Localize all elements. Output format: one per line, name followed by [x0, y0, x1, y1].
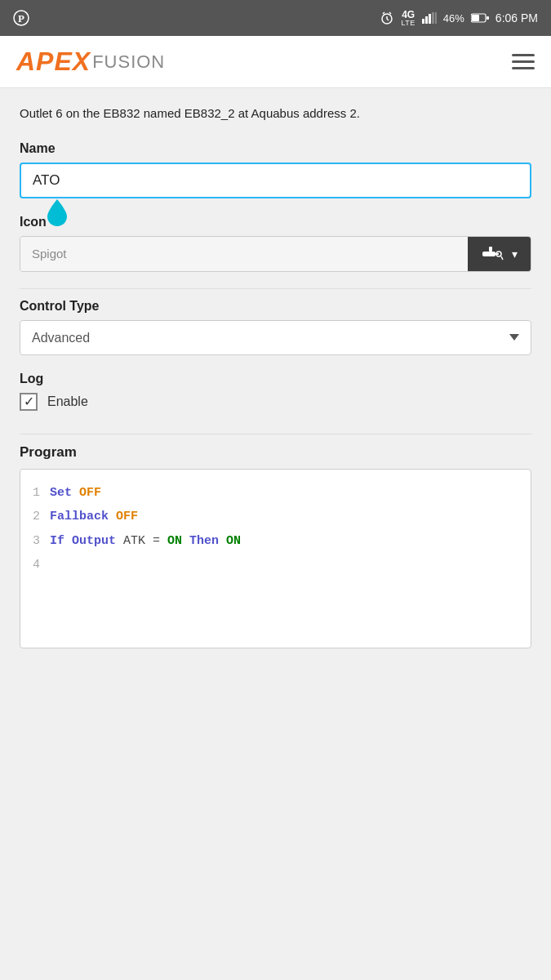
divider-1 [20, 288, 531, 289]
kw-off-2: OFF [116, 510, 138, 523]
log-enable-label: Enable [47, 394, 88, 409]
status-left: P [13, 10, 29, 26]
divider-2 [20, 434, 531, 434]
kw-set: Set [50, 486, 79, 500]
kw-off-1: OFF [79, 486, 101, 500]
battery-icon [471, 13, 489, 23]
hamburger-line-2 [512, 60, 535, 63]
program-label: Program [20, 444, 531, 461]
code-content-1: Set OFF [50, 483, 101, 504]
program-section: Program 1 Set OFF 2 Fallback OFF 3 If [20, 444, 531, 648]
line-num-2: 2 [20, 506, 50, 528]
spigot-icon [481, 245, 505, 263]
svg-rect-11 [435, 12, 437, 24]
icon-dropdown-button[interactable]: ▾ [468, 237, 531, 271]
status-right: 4G LTE 46% 6:06 PM [380, 10, 538, 27]
svg-line-19 [501, 256, 503, 260]
app-header: APEX FUSION [0, 36, 551, 88]
code-block[interactable]: 1 Set OFF 2 Fallback OFF 3 If Output ATK… [20, 469, 531, 648]
log-enable-checkbox[interactable]: ✓ [20, 393, 38, 411]
kw-output: Output [72, 534, 123, 548]
control-type-section: Control Type Manual Timer Advanced Apex … [20, 299, 531, 355]
svg-text:P: P [18, 12, 24, 24]
main-content: Outlet 6 on the EB832 named EB832_2 at A… [0, 88, 551, 665]
time-display: 6:06 PM [495, 11, 538, 24]
svg-line-4 [387, 19, 389, 20]
line-num-3: 3 [20, 531, 50, 552]
kw-on-1: ON [167, 534, 182, 548]
code-atk: ATK = [123, 534, 167, 548]
control-type-select[interactable]: Manual Timer Advanced Apex Fusion [20, 320, 531, 355]
svg-rect-10 [432, 12, 434, 24]
name-input[interactable] [20, 163, 531, 198]
code-line-4: 4 [20, 553, 531, 577]
icon-selected-text: Spigot [20, 237, 468, 271]
name-section: Name [20, 141, 531, 198]
log-checkbox-row: ✓ Enable [20, 393, 531, 411]
log-label: Log [20, 372, 531, 386]
hamburger-line-1 [512, 54, 535, 56]
log-section: Log ✓ Enable [20, 372, 531, 411]
code-line-2: 2 Fallback OFF [20, 505, 531, 529]
svg-rect-7 [422, 19, 424, 24]
code-line-3: 3 If Output ATK = ON Then ON [20, 529, 531, 554]
kw-then: Then [182, 534, 226, 548]
pinterest-icon: P [13, 10, 29, 26]
logo-apex: APEX [16, 47, 91, 77]
name-label: Name [20, 141, 531, 156]
kw-fallback: Fallback [50, 510, 116, 523]
line-num-4: 4 [20, 555, 50, 576]
hamburger-menu[interactable] [512, 54, 535, 69]
code-content-3: If Output ATK = ON Then ON [50, 531, 241, 552]
kw-on-2: ON [226, 534, 241, 548]
code-line-1: 1 Set OFF [20, 481, 531, 506]
icon-selector[interactable]: Spigot ▾ [20, 236, 531, 272]
network-type: 4G LTE [401, 10, 415, 27]
checkmark-icon: ✓ [24, 395, 34, 408]
code-content-2: Fallback OFF [50, 506, 138, 528]
svg-rect-8 [425, 16, 428, 24]
kw-if: If [50, 534, 72, 548]
icon-section: Icon Spigot ▾ [20, 215, 531, 272]
logo-fusion: FUSION [92, 51, 165, 73]
svg-rect-15 [482, 252, 495, 256]
svg-line-5 [383, 12, 384, 14]
svg-rect-13 [472, 15, 479, 21]
svg-rect-9 [429, 14, 431, 24]
name-input-wrapper [20, 163, 531, 198]
battery-level: 46% [443, 12, 464, 24]
status-bar: P 4G LTE 46% 6:06 [0, 0, 551, 36]
control-type-label: Control Type [20, 299, 531, 314]
svg-line-6 [389, 12, 391, 14]
app-logo: APEX FUSION [16, 47, 165, 77]
hamburger-line-3 [512, 67, 535, 69]
icon-dropdown-chevron: ▾ [512, 247, 518, 261]
svg-rect-14 [487, 16, 489, 20]
control-type-select-wrapper: Manual Timer Advanced Apex Fusion [20, 320, 531, 355]
icon-label: Icon [20, 215, 531, 229]
signal-icon [422, 12, 437, 24]
alarm-icon [380, 11, 394, 25]
outlet-description: Outlet 6 on the EB832 named EB832_2 at A… [20, 105, 531, 123]
line-num-1: 1 [20, 483, 50, 504]
svg-rect-17 [489, 247, 492, 252]
